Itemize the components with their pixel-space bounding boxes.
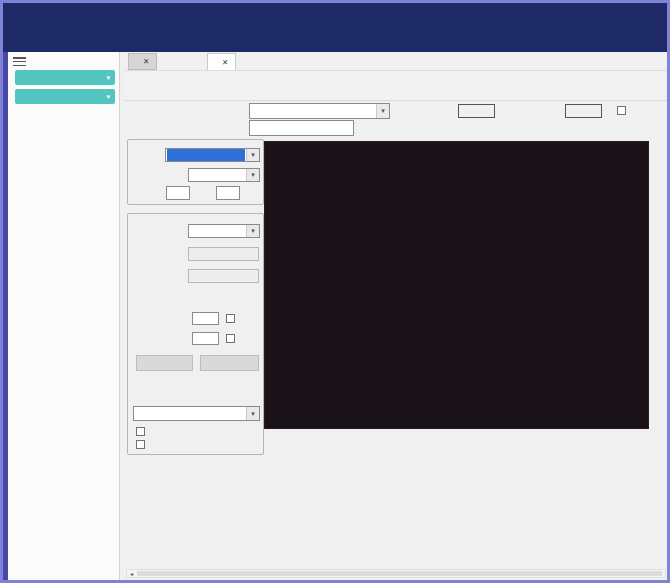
tab-keymap-cm-restaurant-drinks[interactable] [207,53,236,70]
menu-bar [3,3,667,17]
no-condiments-row [617,106,630,115]
black-is-transparent-checkbox[interactable] [136,440,145,449]
close-icon[interactable] [143,57,149,66]
name-input[interactable] [188,269,259,283]
chevron-down-icon[interactable] [246,225,259,237]
no-reports-saved-button[interactable] [15,89,115,104]
forecolour-input[interactable] [192,312,219,325]
x-input[interactable] [166,186,190,200]
backcolour-default-row [226,334,239,343]
chevron-down-icon[interactable] [246,169,259,181]
backcolour-input[interactable] [192,332,219,345]
smartcontroller-window [0,0,670,583]
display-map-groupbox [127,139,264,205]
map-settings-panel [127,137,264,487]
keymap-name-combobox[interactable] [249,103,390,119]
horizontal-scrollbar[interactable] [126,569,666,578]
image-display-mode-value [136,407,245,420]
black-transparent-row [136,440,149,449]
chevron-down-icon[interactable] [376,104,389,118]
map-backcolour-swatch[interactable] [458,104,495,118]
chevron-down-icon[interactable] [246,407,259,420]
button-type-value [191,225,245,237]
override-text-input[interactable] [188,247,259,261]
backcolour-default-checkbox[interactable] [226,334,235,343]
till-value [167,149,245,161]
keymap-button-grid [264,141,649,429]
chevron-down-icon [106,74,110,82]
scroll-left-arrow-icon[interactable] [127,570,136,577]
global-saved-reports-button[interactable] [15,70,115,85]
tab-keymap-list[interactable] [128,53,157,70]
sidebar [3,52,120,580]
y-input[interactable] [216,186,240,200]
display-name-input[interactable] [249,120,354,136]
till-combobox[interactable] [165,148,260,162]
scrollbar-thumb[interactable] [137,571,662,576]
show-text-with-image-checkbox[interactable] [136,427,145,436]
button-type-combobox[interactable] [188,224,260,238]
chevron-down-icon [106,93,110,101]
set-image-button[interactable] [136,355,193,371]
show-text-row [136,427,149,436]
no-condiments-checkbox[interactable] [617,106,626,115]
post-item-action-value [191,169,245,181]
tab-bar [125,52,667,70]
image-display-mode-combobox[interactable] [133,406,260,421]
button-details-groupbox [127,213,264,455]
keymap-toolbar [125,70,667,101]
clear-image-button[interactable] [200,355,259,371]
content-area [125,52,667,580]
forecolour-default-checkbox[interactable] [226,314,235,323]
hamburger-menu-icon[interactable] [13,57,26,66]
keymap-name-value [252,104,375,118]
main-toolbar [3,17,667,52]
chevron-down-icon[interactable] [246,149,259,161]
map-forecolour-swatch[interactable] [565,104,602,118]
close-icon[interactable] [222,58,228,67]
post-item-action-combobox[interactable] [188,168,260,182]
forecolour-default-row [226,314,239,323]
